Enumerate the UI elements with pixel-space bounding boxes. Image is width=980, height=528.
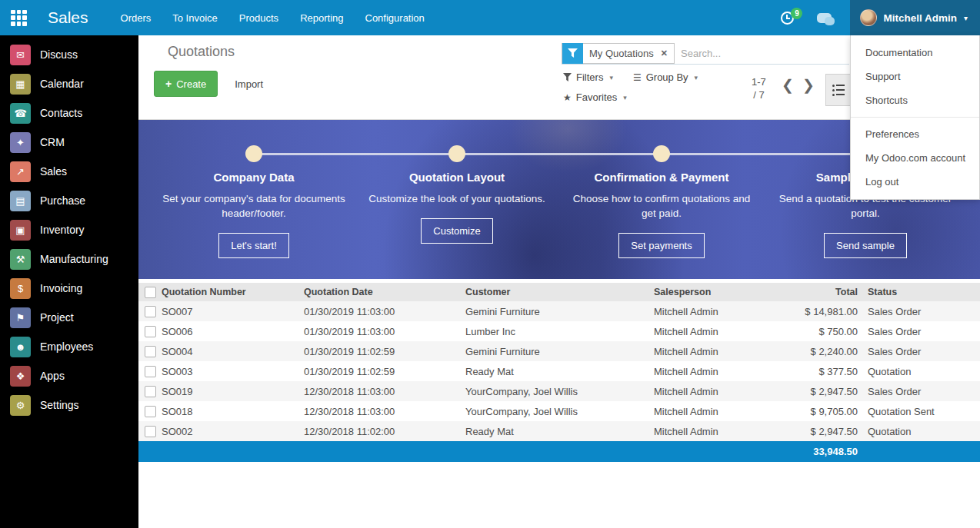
group-by-dropdown[interactable]: ☰ Group By ▾ bbox=[633, 71, 698, 83]
menu-item-odoo-account[interactable]: My Odoo.com account bbox=[851, 146, 979, 170]
search-bar: My Quotations ✕ bbox=[562, 42, 849, 65]
row-checkbox[interactable] bbox=[145, 346, 156, 357]
sales-icon: ↗ bbox=[10, 161, 31, 182]
menu-item-support[interactable]: Support bbox=[851, 65, 979, 88]
header-status[interactable]: Status bbox=[858, 287, 980, 297]
select-all-checkbox[interactable] bbox=[145, 287, 156, 298]
pager-previous-button[interactable]: ❮ bbox=[782, 78, 794, 93]
header-quotation-date[interactable]: Quotation Date bbox=[304, 287, 465, 297]
send-sample-button[interactable]: Send sample bbox=[824, 233, 907, 258]
quotations-table: Quotation Number Quotation Date Customer… bbox=[138, 283, 980, 462]
row-checkbox[interactable] bbox=[145, 426, 156, 437]
sidebar-item-project[interactable]: ⚑ Project bbox=[0, 303, 138, 332]
table-row[interactable]: SO019 12/30/2018 11:03:00 YourCompany, J… bbox=[138, 381, 980, 401]
inventory-icon: ▣ bbox=[10, 220, 31, 241]
header-quotation-number[interactable]: Quotation Number bbox=[162, 287, 304, 297]
table-row[interactable]: SO002 12/30/2018 11:02:00 Ready Mat Mitc… bbox=[138, 421, 980, 441]
row-checkbox[interactable] bbox=[145, 306, 156, 317]
top-menu: Orders To Invoice Products Reporting Con… bbox=[121, 12, 425, 24]
table-header-row: Quotation Number Quotation Date Customer… bbox=[138, 283, 980, 301]
table-row[interactable]: SO007 01/30/2019 11:03:00 Gemini Furnitu… bbox=[138, 301, 980, 321]
project-icon: ⚑ bbox=[10, 307, 31, 328]
user-dropdown-menu: Documentation Support Shortcuts Preferen… bbox=[850, 35, 980, 200]
create-button[interactable]: + Create bbox=[154, 71, 218, 97]
menu-separator bbox=[851, 117, 979, 118]
row-checkbox[interactable] bbox=[145, 366, 156, 377]
sidebar-item-crm[interactable]: ✦ CRM bbox=[0, 128, 138, 157]
sidebar-item-manufacturing[interactable]: ⚒ Manufacturing bbox=[0, 244, 138, 274]
row-checkbox[interactable] bbox=[145, 326, 156, 337]
row-checkbox[interactable] bbox=[145, 386, 156, 397]
menu-item-logout[interactable]: Log out bbox=[851, 170, 979, 194]
crm-icon: ✦ bbox=[10, 132, 31, 153]
header-customer[interactable]: Customer bbox=[465, 287, 654, 297]
activities-button[interactable]: 9 bbox=[781, 12, 794, 25]
header-salesperson[interactable]: Salesperson bbox=[654, 287, 792, 297]
sidebar-item-invoicing[interactable]: $ Invoicing bbox=[0, 274, 138, 303]
messages-icon[interactable] bbox=[817, 13, 832, 23]
caret-down-icon: ▾ bbox=[609, 74, 613, 81]
filter-funnel-icon bbox=[562, 43, 583, 64]
header-total[interactable]: Total bbox=[792, 287, 858, 297]
table-row[interactable]: SO004 01/30/2019 11:02:59 Gemini Furnitu… bbox=[138, 341, 980, 361]
favorites-dropdown[interactable]: ★ Favorites ▾ bbox=[563, 91, 627, 103]
menu-item-preferences[interactable]: Preferences bbox=[851, 122, 979, 146]
apps-icon: ❖ bbox=[10, 366, 31, 387]
import-button[interactable]: Import bbox=[235, 78, 263, 90]
set-payments-button[interactable]: Set payments bbox=[618, 233, 705, 258]
sidebar-item-sales[interactable]: ↗ Sales bbox=[0, 157, 138, 186]
user-name: Mitchell Admin bbox=[883, 12, 957, 24]
activity-count-badge: 9 bbox=[791, 8, 802, 19]
sidebar-item-apps[interactable]: ❖ Apps bbox=[0, 361, 138, 390]
menu-orders[interactable]: Orders bbox=[121, 12, 152, 24]
app-brand[interactable]: Sales bbox=[48, 8, 88, 27]
customize-button[interactable]: Customize bbox=[421, 218, 492, 244]
apps-grid-icon[interactable] bbox=[11, 10, 27, 26]
onboarding-step-confirmation-payment: Confirmation & Payment Choose how to con… bbox=[565, 171, 758, 258]
sidebar-item-settings[interactable]: ⚙ Settings bbox=[0, 390, 138, 420]
lets-start-button[interactable]: Let's start! bbox=[218, 233, 289, 258]
sidebar-item-inventory[interactable]: ▣ Inventory bbox=[0, 215, 138, 244]
filter-tag-label: My Quotations bbox=[583, 48, 658, 59]
plus-icon: + bbox=[165, 78, 172, 90]
menu-products[interactable]: Products bbox=[239, 12, 278, 24]
step-dot bbox=[448, 145, 465, 162]
row-checkbox[interactable] bbox=[145, 406, 156, 417]
table-row[interactable]: SO018 12/30/2018 11:03:00 YourCompany, J… bbox=[138, 401, 980, 421]
invoicing-icon: $ bbox=[10, 278, 31, 299]
manufacturing-icon: ⚒ bbox=[10, 249, 31, 270]
table-row[interactable]: SO006 01/30/2019 11:03:00 Lumber Inc Mit… bbox=[138, 321, 980, 341]
top-navbar: Sales Orders To Invoice Products Reporti… bbox=[0, 0, 980, 35]
menu-item-shortcuts[interactable]: Shortcuts bbox=[851, 88, 979, 112]
pager-range: 1-7 bbox=[752, 75, 766, 88]
table-row[interactable]: SO003 01/30/2019 11:02:59 Ready Mat Mitc… bbox=[138, 361, 980, 381]
settings-gear-icon: ⚙ bbox=[10, 395, 31, 416]
sidebar-item-purchase[interactable]: ▤ Purchase bbox=[0, 186, 138, 215]
user-avatar bbox=[860, 9, 877, 26]
pager-total: / 7 bbox=[752, 88, 766, 101]
pager-next-button[interactable]: ❯ bbox=[802, 78, 815, 93]
step-dot bbox=[653, 145, 670, 162]
remove-filter-icon[interactable]: ✕ bbox=[658, 48, 674, 58]
calendar-icon: ▦ bbox=[10, 74, 31, 95]
filters-funnel-icon bbox=[563, 73, 572, 81]
search-input[interactable] bbox=[675, 48, 849, 59]
purchase-icon: ▤ bbox=[10, 191, 31, 211]
menu-reporting[interactable]: Reporting bbox=[300, 12, 343, 24]
pager: 1-7 / 7 bbox=[752, 75, 766, 101]
app-sidebar: ✉ Discuss ▦ Calendar ☎ Contacts ✦ CRM ↗ … bbox=[0, 35, 138, 528]
list-view-toggle[interactable] bbox=[825, 74, 852, 106]
menu-item-documentation[interactable]: Documentation bbox=[851, 41, 979, 65]
sidebar-item-calendar[interactable]: ▦ Calendar bbox=[0, 69, 138, 98]
sidebar-item-contacts[interactable]: ☎ Contacts bbox=[0, 98, 138, 128]
onboarding-step-company-data: Company Data Set your company's data for… bbox=[158, 171, 350, 258]
active-filter-tag[interactable]: My Quotations ✕ bbox=[562, 43, 675, 64]
user-menu-button[interactable]: Mitchell Admin ▾ bbox=[850, 0, 980, 35]
sidebar-item-employees[interactable]: ☻ Employees bbox=[0, 332, 138, 361]
menu-configuration[interactable]: Configuration bbox=[365, 12, 425, 24]
employees-icon: ☻ bbox=[10, 337, 31, 357]
menu-to-invoice[interactable]: To Invoice bbox=[172, 12, 218, 24]
filters-dropdown[interactable]: Filters ▾ bbox=[563, 71, 613, 83]
sidebar-item-discuss[interactable]: ✉ Discuss bbox=[0, 40, 138, 69]
list-view-icon bbox=[832, 85, 845, 96]
